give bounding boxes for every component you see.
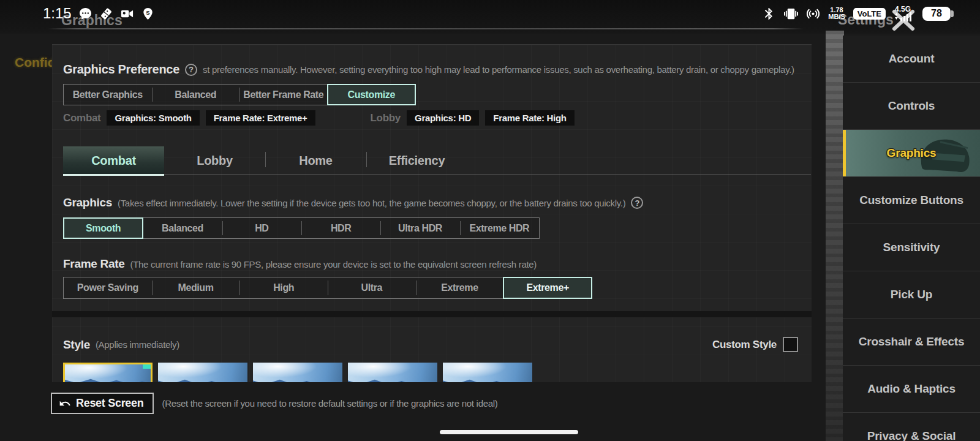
graphics-option-hd[interactable]: HD	[222, 218, 301, 238]
help-icon[interactable]: ?	[185, 64, 197, 76]
help-icon[interactable]: ?	[631, 197, 643, 209]
cellular-signal: 4.5G	[894, 5, 914, 22]
swiggy-notification-icon: S	[141, 7, 155, 21]
reset-screen-button[interactable]: Reset Screen	[51, 393, 154, 414]
frame-rate-section-header: Frame Rate (The current frame rate is 90…	[63, 257, 807, 271]
volte-badge: VoLTE	[853, 8, 886, 20]
style-section-header: Style (Applies immediately) Custom Style	[63, 337, 798, 352]
graphics-quality-options: Smooth Balanced HD HDR Ultra HDR Extreme…	[63, 217, 540, 239]
style-section-description: (Applies immediately)	[96, 339, 179, 350]
style-thumbnail-4[interactable]	[348, 363, 437, 382]
graphics-option-extreme-hdr[interactable]: Extreme HDR	[460, 218, 539, 238]
graphics-preference-description: st preferences manually. However, settin…	[203, 64, 794, 75]
style-thumbnail-1[interactable]	[63, 363, 153, 382]
scene-tabs: Combat Lobby Home Efficiency	[63, 146, 811, 175]
clock: 1:15	[43, 5, 72, 22]
preference-option-customize[interactable]: Customize	[328, 85, 416, 105]
dominoes-notification-icon	[99, 7, 113, 21]
battery-percent: 78	[931, 8, 942, 19]
reset-row: Reset Screen (Reset the screen if you ne…	[51, 393, 498, 414]
frame-rate-section-description: (The current frame rate is 90 FPS, pleas…	[130, 259, 537, 270]
hotspot-icon	[806, 7, 820, 21]
lobby-frame-rate-chip: Frame Rate: High	[485, 110, 574, 126]
graphics-settings-panel: Graphics Preference ? st preferences man…	[52, 44, 812, 382]
graphics-preference-title: Graphics Preference	[63, 62, 179, 77]
graphics-option-balanced[interactable]: Balanced	[143, 218, 222, 238]
sidebar-item-crosshair-effects[interactable]: Crosshair & Effects	[843, 318, 980, 366]
sidebar-item-sensitivity[interactable]: Sensitivity	[843, 224, 980, 271]
battery-icon: 78	[922, 7, 951, 21]
graphics-section-header: Graphics (Takes effect immediately. Lowe…	[63, 196, 807, 209]
frame-rate-option-high[interactable]: High	[239, 277, 328, 298]
frame-rate-section-title: Frame Rate	[63, 257, 125, 271]
sidebar-item-graphics[interactable]: Graphics	[843, 130, 980, 177]
preference-option-balanced[interactable]: Balanced	[152, 85, 240, 105]
tab-home[interactable]: Home	[265, 146, 366, 175]
preference-option-better-frame-rate[interactable]: Better Frame Rate	[239, 85, 328, 105]
frame-rate-option-ultra[interactable]: Ultra	[328, 277, 416, 298]
section-divider	[52, 311, 812, 317]
combat-frame-rate-chip: Frame Rate: Extreme+	[206, 110, 315, 126]
graphics-option-ultra-hdr[interactable]: Ultra HDR	[380, 218, 459, 238]
graphics-section-description: (Takes effect immediately. Lower the set…	[118, 198, 625, 208]
graphics-option-hdr[interactable]: HDR	[301, 218, 380, 238]
combat-graphics-chip: Graphics: Smooth	[107, 110, 199, 126]
frame-rate-option-extreme[interactable]: Extreme	[416, 277, 504, 298]
preference-option-better-graphics[interactable]: Better Graphics	[64, 85, 152, 105]
reset-description: (Reset the screen if you need to restore…	[162, 398, 497, 409]
sidebar-edge-texture	[826, 31, 844, 441]
signal-bars-icon	[894, 11, 914, 22]
combat-summary-label: Combat	[63, 112, 100, 124]
frame-rate-option-medium[interactable]: Medium	[152, 277, 240, 298]
style-thumbnail-2[interactable]	[158, 363, 247, 382]
sidebar-item-privacy-social[interactable]: Privacy & Social	[843, 413, 980, 441]
graphics-settings-screen: 1:15 S 1.78 MB/S VoLTE 4.5G 78 Graphics …	[0, 0, 980, 441]
sidebar-item-customize-buttons[interactable]: Customize Buttons	[843, 177, 980, 224]
sidebar-item-controls[interactable]: Controls	[843, 83, 980, 130]
frame-rate-option-extreme-plus[interactable]: Extreme+	[503, 277, 592, 298]
custom-style-checkbox[interactable]	[783, 337, 798, 352]
style-section-title: Style	[63, 338, 90, 352]
sidebar-item-account[interactable]: Account	[843, 36, 980, 83]
sidebar-item-pick-up[interactable]: Pick Up	[843, 271, 980, 318]
network-speed: 1.78 MB/S	[828, 7, 845, 20]
graphics-section-title: Graphics	[63, 196, 112, 209]
bluetooth-icon	[762, 7, 776, 21]
status-bar: 1:15 S 1.78 MB/S VoLTE 4.5G 78	[0, 0, 980, 26]
chat-notification-icon	[78, 7, 92, 21]
tab-lobby[interactable]: Lobby	[164, 146, 265, 175]
graphics-preference-header: Graphics Preference ? st preferences man…	[63, 62, 807, 77]
style-thumbnails	[63, 363, 532, 382]
graphics-preference-options: Better Graphics Balanced Better Frame Ra…	[63, 84, 416, 105]
tab-combat[interactable]: Combat	[63, 146, 164, 175]
sidebar-item-audio-haptics[interactable]: Audio & Haptics	[843, 366, 980, 413]
gesture-bar[interactable]	[440, 430, 578, 434]
frame-rate-option-power-saving[interactable]: Power Saving	[64, 277, 152, 298]
lobby-summary-label: Lobby	[371, 112, 401, 124]
header-divider	[48, 28, 804, 29]
reset-screen-label: Reset Screen	[76, 397, 143, 410]
style-thumbnail-3[interactable]	[253, 363, 342, 382]
settings-sidebar: Account Controls Graphics Customize Butt…	[843, 36, 980, 441]
svg-text:S: S	[146, 9, 150, 15]
tab-efficiency[interactable]: Efficiency	[366, 146, 467, 175]
vibrate-icon	[784, 7, 798, 21]
graphics-option-smooth[interactable]: Smooth	[64, 218, 143, 238]
lobby-graphics-chip: Graphics: HD	[407, 110, 479, 126]
screen-record-icon	[120, 7, 134, 21]
style-thumbnail-5[interactable]	[443, 363, 532, 382]
custom-style-label: Custom Style	[712, 339, 777, 351]
preference-summary: Combat Graphics: Smooth Frame Rate: Extr…	[63, 110, 575, 126]
frame-rate-options: Power Saving Medium High Ultra Extreme E…	[63, 277, 592, 299]
reset-icon	[59, 398, 71, 410]
